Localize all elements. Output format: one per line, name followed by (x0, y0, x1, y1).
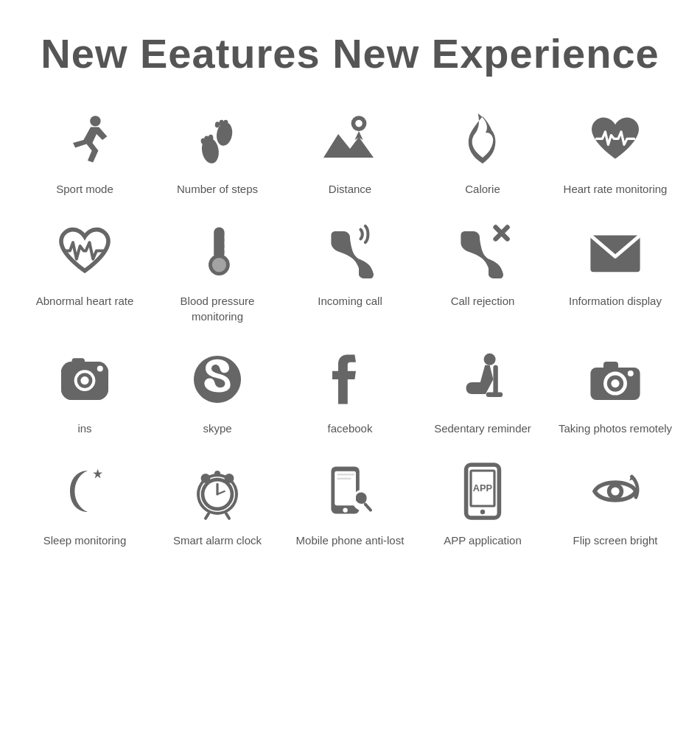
feature-app-application: APP APP application (420, 458, 545, 548)
smart-alarm-clock-icon (184, 458, 251, 524)
svg-point-36 (611, 379, 619, 387)
svg-rect-32 (486, 392, 503, 396)
feature-number-of-steps: Number of steps (155, 107, 280, 197)
call-rejection-label: Call rejection (451, 294, 515, 309)
feature-heart-rate-monitoring: Heart rate monitoring (553, 107, 678, 197)
taking-photos-remotely-icon (582, 346, 648, 412)
distance-icon (317, 107, 383, 173)
abnormal-heart-rate-icon (52, 219, 118, 285)
sleep-monitoring-label: Sleep monitoring (43, 533, 127, 548)
svg-point-46 (225, 474, 234, 483)
call-rejection-icon (449, 219, 516, 285)
feature-incoming-call: Incoming call (287, 219, 413, 324)
abnormal-heart-rate-label: Abnormal heart rate (36, 294, 134, 309)
flip-screen-bright-label: Flip screen bright (573, 533, 657, 548)
svg-point-49 (214, 471, 220, 477)
mobile-phone-anti-lost-label: Mobile phone anti-lost (296, 533, 405, 548)
svg-point-52 (343, 508, 347, 512)
svg-point-29 (97, 365, 103, 371)
feature-sport-mode: Sport mode (22, 107, 147, 197)
facebook-label: facebook (328, 421, 373, 436)
features-grid: Sport mode Number of steps (22, 107, 678, 548)
heart-rate-monitoring-icon (582, 107, 648, 173)
calorie-label: Calorie (465, 182, 500, 197)
svg-rect-56 (337, 478, 351, 480)
calorie-icon (449, 107, 516, 173)
svg-text:APP: APP (473, 482, 493, 494)
flip-screen-bright-icon (582, 458, 648, 524)
page-title: New Eeatures New Experience (41, 29, 659, 77)
feature-smart-alarm-clock: Smart alarm clock (155, 458, 280, 548)
feature-information-display: Information display (553, 219, 678, 324)
skype-label: skype (203, 421, 231, 436)
feature-call-rejection: Call rejection (420, 219, 545, 324)
feature-calorie: Calorie (420, 107, 545, 197)
feature-taking-photos-remotely: Taking photos remotely (553, 346, 678, 436)
svg-point-60 (480, 510, 485, 514)
feature-blood-pressure-monitoring: Blood pressure monitoring (155, 219, 280, 324)
svg-rect-55 (337, 474, 354, 475)
svg-point-14 (212, 258, 226, 272)
svg-line-47 (206, 513, 209, 518)
information-display-label: Information display (569, 294, 662, 309)
feature-sleep-monitoring: Sleep monitoring (22, 458, 147, 548)
svg-point-27 (80, 376, 88, 384)
svg-point-45 (201, 474, 211, 483)
information-display-icon (582, 219, 648, 285)
blood-pressure-monitoring-icon (184, 219, 251, 285)
feature-ins: ins (22, 346, 147, 436)
ins-icon (52, 346, 118, 412)
blood-pressure-monitoring-label: Blood pressure monitoring (155, 294, 280, 324)
smart-alarm-clock-label: Smart alarm clock (173, 533, 262, 548)
sedentary-reminder-icon (449, 346, 516, 412)
sedentary-reminder-label: Sedentary reminder (434, 421, 531, 436)
svg-rect-28 (71, 358, 85, 365)
svg-point-11 (335, 128, 341, 134)
mobile-phone-anti-lost-icon (317, 458, 383, 524)
facebook-icon (317, 346, 383, 412)
svg-rect-37 (603, 362, 618, 370)
sleep-monitoring-icon (52, 458, 118, 524)
app-application-icon: APP (449, 458, 516, 524)
svg-point-10 (355, 120, 363, 127)
sport-mode-icon (52, 107, 118, 173)
svg-point-0 (90, 116, 100, 126)
feature-mobile-phone-anti-lost: Mobile phone anti-lost (287, 458, 413, 548)
svg-line-48 (226, 513, 229, 518)
ins-label: ins (77, 421, 91, 436)
distance-label: Distance (329, 182, 371, 197)
taking-photos-remotely-label: Taking photos remotely (559, 421, 672, 436)
number-of-steps-label: Number of steps (177, 182, 258, 197)
incoming-call-icon (317, 219, 383, 285)
app-application-label: APP application (444, 533, 522, 548)
feature-distance: Distance (287, 107, 413, 197)
svg-point-38 (628, 370, 634, 376)
sport-mode-label: Sport mode (56, 182, 113, 197)
feature-facebook: facebook (287, 346, 413, 436)
incoming-call-label: Incoming call (318, 294, 382, 309)
feature-flip-screen-bright: Flip screen bright (553, 458, 678, 548)
heart-rate-monitoring-label: Heart rate monitoring (564, 182, 668, 197)
svg-point-30 (484, 354, 496, 365)
number-of-steps-icon (184, 107, 251, 173)
feature-abnormal-heart-rate: Abnormal heart rate (22, 219, 147, 324)
feature-skype: skype (155, 346, 280, 436)
svg-rect-31 (493, 365, 497, 395)
feature-sedentary-reminder: Sedentary reminder (420, 346, 545, 436)
skype-icon (184, 346, 251, 412)
svg-point-62 (611, 487, 619, 495)
